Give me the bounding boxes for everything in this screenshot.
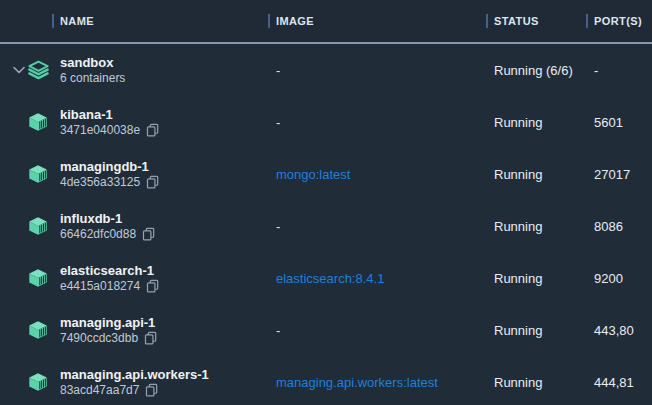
table-row[interactable]: kibana-1 3471e040038e - Running 5601	[0, 96, 652, 148]
ports-cell: -	[586, 63, 652, 78]
image-cell: -	[268, 323, 486, 338]
status-cell: Running	[486, 167, 586, 182]
name-cell: managing.api.workers-1 83acd47aa7d7	[52, 367, 268, 398]
column-header-status[interactable]: STATUS	[486, 14, 586, 28]
ports-cell: 8086	[586, 219, 652, 234]
table-row[interactable]: managing.api.workers-1 83acd47aa7d7 mana…	[0, 356, 652, 405]
chevron-down-icon[interactable]	[13, 66, 25, 74]
table-row[interactable]: managingdb-1 4de356a33125 mongo:latest R…	[0, 148, 652, 200]
status-cell: Running	[486, 323, 586, 338]
table-row[interactable]: managing.api-1 7490ccdc3dbb - Running 44…	[0, 304, 652, 356]
row-gutter	[0, 163, 52, 185]
container-name[interactable]: kibana-1	[60, 107, 268, 122]
container-name[interactable]: sandbox	[60, 55, 268, 70]
container-id: 4de356a33125	[60, 175, 140, 190]
copy-icon[interactable]	[146, 279, 159, 293]
copy-icon[interactable]	[146, 123, 159, 137]
status-cell: Running	[486, 115, 586, 130]
table-row[interactable]: sandbox 6 containers - Running (6/6) -	[0, 44, 652, 96]
container-id: 66462dfc0d88	[60, 227, 136, 242]
container-name[interactable]: managing.api.workers-1	[60, 367, 268, 382]
image-link[interactable]: elasticsearch:8.4.1	[268, 271, 486, 286]
name-cell: influxdb-1 66462dfc0d88	[52, 211, 268, 242]
copy-icon[interactable]	[144, 331, 157, 345]
status-cell: Running (6/6)	[486, 63, 586, 78]
copy-icon[interactable]	[146, 175, 159, 189]
container-icon	[27, 267, 49, 289]
container-id: e4415a018274	[60, 279, 140, 294]
name-cell: kibana-1 3471e040038e	[52, 107, 268, 138]
table-header: NAME IMAGE STATUS PORT(S)	[0, 0, 652, 44]
row-gutter	[0, 111, 52, 133]
column-header-label: PORT(S)	[594, 15, 642, 27]
container-name[interactable]: elasticsearch-1	[60, 263, 268, 278]
container-icon	[27, 371, 49, 393]
name-cell: managingdb-1 4de356a33125	[52, 159, 268, 190]
stack-icon	[27, 60, 50, 81]
row-gutter	[0, 267, 52, 289]
container-id: 83acd47aa7d7	[60, 383, 139, 398]
row-gutter	[0, 60, 52, 81]
column-header-image[interactable]: IMAGE	[268, 14, 486, 28]
container-icon	[27, 111, 49, 133]
status-cell: Running	[486, 219, 586, 234]
row-gutter	[0, 215, 52, 237]
container-name[interactable]: managing.api-1	[60, 315, 268, 330]
name-cell: sandbox 6 containers	[52, 55, 268, 86]
name-cell: elasticsearch-1 e4415a018274	[52, 263, 268, 294]
image-cell: -	[268, 115, 486, 130]
column-divider	[268, 14, 270, 28]
row-gutter	[0, 371, 52, 393]
column-header-label: IMAGE	[276, 15, 314, 27]
container-name[interactable]: influxdb-1	[60, 211, 268, 226]
status-cell: Running	[486, 271, 586, 286]
column-header-name[interactable]: NAME	[52, 14, 268, 28]
container-icon	[27, 163, 49, 185]
container-count: 6 containers	[60, 71, 268, 86]
column-header-label: STATUS	[494, 15, 539, 27]
column-divider	[52, 14, 54, 28]
image-cell: -	[268, 219, 486, 234]
table-row[interactable]: elasticsearch-1 e4415a018274 elasticsear…	[0, 252, 652, 304]
row-gutter	[0, 319, 52, 341]
column-header-ports[interactable]: PORT(S)	[586, 14, 652, 28]
container-id: 3471e040038e	[60, 123, 140, 138]
container-name[interactable]: managingdb-1	[60, 159, 268, 174]
ports-cell: 9200	[586, 271, 652, 286]
ports-cell: 444,81	[586, 375, 652, 390]
image-link[interactable]: managing.api.workers:latest	[268, 375, 486, 390]
container-icon	[27, 215, 49, 237]
container-icon	[27, 319, 49, 341]
container-id: 7490ccdc3dbb	[60, 331, 138, 346]
image-cell: -	[268, 63, 486, 78]
status-cell: Running	[486, 375, 586, 390]
image-link[interactable]: mongo:latest	[268, 167, 486, 182]
column-divider	[486, 14, 488, 28]
ports-cell: 5601	[586, 115, 652, 130]
ports-cell: 27017	[586, 167, 652, 182]
table-row[interactable]: influxdb-1 66462dfc0d88 - Running 8086	[0, 200, 652, 252]
copy-icon[interactable]	[142, 227, 155, 241]
column-header-label: NAME	[60, 15, 94, 27]
ports-cell: 443,80	[586, 323, 652, 338]
name-cell: managing.api-1 7490ccdc3dbb	[52, 315, 268, 346]
column-divider	[586, 14, 588, 28]
containers-table: NAME IMAGE STATUS PORT(S)	[0, 0, 652, 405]
copy-icon[interactable]	[145, 383, 158, 397]
